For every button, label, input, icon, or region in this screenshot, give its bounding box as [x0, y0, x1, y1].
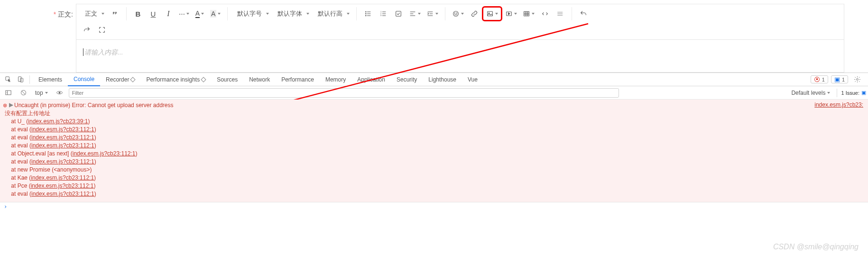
- stack-link[interactable]: index.esm.js?cb23:112:1: [31, 182, 94, 189]
- more-formats-button[interactable]: ⋯: [176, 6, 192, 21]
- bullet-list-button[interactable]: [360, 6, 376, 21]
- chevron-down-icon: [435, 13, 438, 15]
- link-button[interactable]: [467, 6, 482, 21]
- message-count-badge[interactable]: ▣1: [831, 75, 848, 83]
- fullscreen-button[interactable]: [94, 22, 110, 37]
- line-height-dropdown[interactable]: 默认行高: [312, 6, 352, 21]
- paragraph-dropdown[interactable]: 正文: [79, 6, 107, 21]
- font-size-dropdown[interactable]: 默认字号: [231, 6, 272, 21]
- devtools-tabs: Elements Console Recorder Performance in…: [0, 73, 868, 86]
- clear-console-icon[interactable]: [17, 86, 29, 100]
- tab-lighthouse[interactable]: Lighthouse: [423, 73, 462, 86]
- devtools-panel: Elements Console Recorder Performance in…: [0, 73, 868, 211]
- device-toggle-icon[interactable]: [14, 73, 27, 86]
- chevron-down-icon: [461, 13, 464, 15]
- error-dot-icon: ⦿: [814, 76, 820, 82]
- editor-row: *正文: 正文 B U I ⋯ A A 默认字号 默认字体 默认行高: [0, 0, 868, 73]
- svg-point-7: [453, 11, 459, 17]
- svg-rect-10: [488, 11, 493, 16]
- chevron-down-icon: [532, 13, 535, 15]
- blockquote-button[interactable]: [107, 6, 122, 21]
- console-prompt[interactable]: ›: [0, 202, 868, 211]
- tab-elements[interactable]: Elements: [33, 73, 68, 86]
- text-color-button[interactable]: A: [192, 6, 207, 21]
- live-expression-icon[interactable]: [54, 86, 66, 100]
- font-family-dropdown[interactable]: 默认字体: [272, 6, 312, 21]
- tab-memory[interactable]: Memory: [320, 73, 351, 86]
- chevron-down-icon: [218, 13, 221, 15]
- divider-button[interactable]: [553, 6, 568, 21]
- svg-point-0: [366, 11, 366, 12]
- svg-text:3: 3: [380, 14, 382, 17]
- image-button[interactable]: [482, 6, 502, 21]
- stack-link[interactable]: index.esm.js?cb23:112:1: [31, 174, 94, 181]
- chevron-down-icon: [201, 13, 204, 15]
- stack-link[interactable]: index.esm.js?cb23:112:1: [31, 158, 94, 165]
- editor-placeholder: 请输入内容...: [83, 48, 123, 56]
- chevron-down-icon: [45, 92, 48, 94]
- redo-button[interactable]: [79, 22, 94, 37]
- emoji-button[interactable]: [449, 6, 467, 21]
- code-button[interactable]: [537, 6, 553, 21]
- tab-performance[interactable]: Performance: [276, 73, 320, 86]
- bold-button[interactable]: B: [130, 6, 146, 21]
- stack-line: at U_ (index.esm.js?cb23:39:1): [0, 118, 868, 126]
- svg-point-18: [856, 79, 858, 81]
- undo-button[interactable]: [576, 6, 591, 21]
- chevron-down-icon: [418, 13, 421, 15]
- chevron-down-icon: [266, 13, 269, 15]
- tab-network[interactable]: Network: [243, 73, 276, 86]
- chevron-down-icon: [514, 13, 517, 15]
- video-button[interactable]: [502, 6, 520, 21]
- editor-wrap: 正文 B U I ⋯ A A 默认字号 默认字体 默认行高 123: [76, 4, 844, 73]
- stack-link[interactable]: index.esm.js?cb23:39:1: [28, 118, 88, 125]
- tab-vue[interactable]: Vue: [462, 73, 483, 86]
- settings-icon[interactable]: [851, 73, 863, 86]
- chevron-down-icon: [186, 13, 189, 15]
- tab-console[interactable]: Console: [68, 73, 100, 86]
- svg-point-9: [457, 13, 457, 13]
- stack-line: at new Promise (<anonymous>): [0, 166, 868, 174]
- indent-button[interactable]: [424, 6, 441, 21]
- svg-point-1: [366, 13, 366, 14]
- expand-icon[interactable]: ▶: [9, 101, 13, 108]
- error-message: Uncaught (in promise) Error: Cannot get …: [14, 101, 174, 109]
- tab-security[interactable]: Security: [391, 73, 423, 86]
- svg-point-8: [455, 13, 455, 13]
- stack-line: at Pce (index.esm.js?cb23:112:1): [0, 182, 868, 190]
- error-source-link[interactable]: index.esm.js?cb23:: [814, 101, 863, 108]
- issues-badge[interactable]: 1 Issue: ▣: [841, 90, 866, 96]
- error-count-badge[interactable]: ⦿1: [811, 75, 828, 83]
- stack-link[interactable]: index.esm.js?cb23:112:1: [31, 191, 94, 197]
- log-levels-dropdown[interactable]: Default levels: [788, 90, 833, 96]
- italic-button[interactable]: I: [161, 6, 176, 21]
- stack-trace: at U_ (index.esm.js?cb23:39:1) at eval (…: [0, 118, 868, 198]
- console-sidebar-icon[interactable]: [2, 86, 14, 100]
- chevron-down-icon: [827, 92, 830, 94]
- stack-link[interactable]: index.esm.js?cb23:112:1: [73, 150, 136, 157]
- table-button[interactable]: [520, 6, 537, 21]
- chevron-down-icon: [306, 13, 309, 15]
- tab-performance-insights[interactable]: Performance insights: [140, 73, 211, 86]
- ordered-list-button[interactable]: 123: [376, 6, 391, 21]
- svg-rect-19: [5, 91, 10, 95]
- underline-button[interactable]: U: [146, 6, 161, 21]
- svg-point-21: [59, 92, 61, 94]
- stack-link[interactable]: index.esm.js?cb23:112:1: [31, 134, 94, 141]
- stack-link[interactable]: index.esm.js?cb23:112:1: [31, 126, 94, 133]
- stack-line: at eval (index.esm.js?cb23:112:1): [0, 142, 868, 150]
- tab-application[interactable]: Application: [351, 73, 391, 86]
- context-selector[interactable]: top: [32, 90, 51, 96]
- watermark: CSDN @smile@qingqing: [773, 243, 859, 251]
- tab-recorder[interactable]: Recorder: [100, 73, 140, 86]
- message-icon: ▣: [834, 76, 840, 82]
- svg-point-2: [366, 15, 366, 16]
- stack-link[interactable]: index.esm.js?cb23:112:1: [31, 142, 94, 149]
- tab-sources[interactable]: Sources: [211, 73, 243, 86]
- inspect-icon[interactable]: [2, 73, 14, 86]
- highlight-color-button[interactable]: A: [207, 6, 223, 21]
- console-filter-input[interactable]: [69, 88, 619, 98]
- align-button[interactable]: [406, 6, 424, 21]
- checklist-button[interactable]: [391, 6, 406, 21]
- editor-content[interactable]: 请输入内容...: [76, 39, 844, 73]
